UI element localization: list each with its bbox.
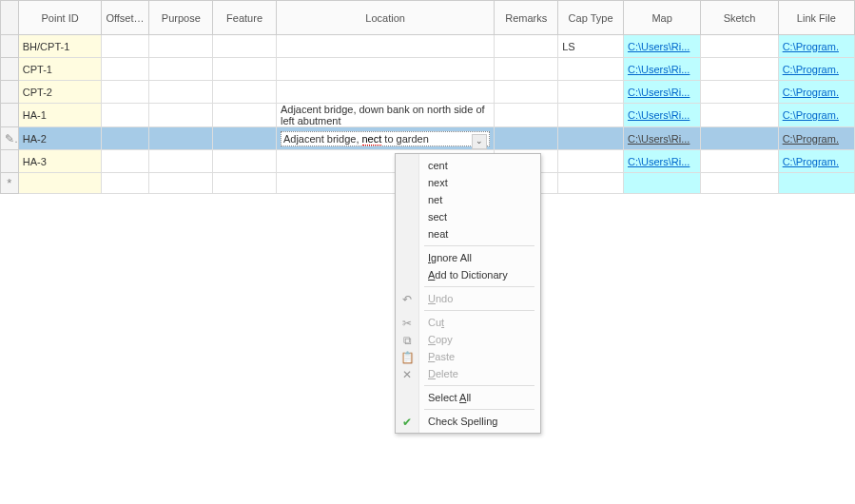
misspelled-word[interactable]: nect	[362, 133, 382, 145]
cell-cap-type[interactable]	[558, 81, 624, 104]
add-to-dictionary-item[interactable]: Add to Dictionary	[396, 266, 540, 283]
cell[interactable]	[102, 150, 149, 173]
cell[interactable]	[102, 104, 149, 127]
cell-location[interactable]	[276, 58, 494, 81]
cell-link-file[interactable]: C:\Program.	[778, 104, 854, 127]
col-point-id[interactable]: Point ID	[18, 1, 102, 35]
cell-sketch[interactable]	[701, 81, 778, 104]
cell-map[interactable]: C:\Users\Ri...	[623, 81, 700, 104]
cell[interactable]	[102, 58, 149, 81]
cell-sketch[interactable]	[701, 127, 778, 150]
col-offset[interactable]: Offset (m)	[102, 1, 149, 35]
cell[interactable]	[213, 173, 277, 194]
cell[interactable]	[102, 173, 149, 194]
cell[interactable]	[213, 58, 277, 81]
cell[interactable]	[701, 173, 778, 194]
cell-sketch[interactable]	[701, 35, 778, 58]
cell[interactable]	[778, 173, 854, 194]
cell-link-file[interactable]: C:\Program.	[778, 127, 854, 150]
table-row[interactable]: CPT-1C:\Users\Ri...C:\Program.	[1, 58, 855, 81]
cell-cap-type[interactable]	[558, 104, 624, 127]
linkfile-link[interactable]: C:\Program.	[783, 87, 839, 98]
suggestion-item[interactable]: neat	[396, 225, 540, 242]
col-feature[interactable]: Feature	[213, 1, 277, 35]
cell[interactable]	[213, 150, 277, 173]
cell-sketch[interactable]	[701, 104, 778, 127]
linkfile-link[interactable]: C:\Program.	[783, 41, 839, 52]
suggestion-item[interactable]: next	[396, 174, 540, 191]
cell-map[interactable]: C:\Users\Ri...	[623, 104, 700, 127]
location-edit-input[interactable]: Adjacent bridge, nect to garden⌄	[281, 131, 490, 146]
cell-point-id[interactable]: HA-3	[18, 150, 102, 173]
suggestion-item[interactable]: net	[396, 191, 540, 208]
linkfile-link[interactable]: C:\Program.	[783, 156, 839, 167]
cell-location[interactable]: Adjacent bridge, nect to garden⌄	[276, 127, 494, 150]
cell[interactable]	[558, 173, 624, 194]
cell[interactable]	[102, 127, 149, 150]
cell-location[interactable]	[276, 81, 494, 104]
table-row[interactable]: CPT-2C:\Users\Ri...C:\Program.	[1, 81, 855, 104]
cell-point-id[interactable]: CPT-2	[18, 81, 102, 104]
cell[interactable]	[149, 104, 213, 127]
cell-remarks[interactable]	[495, 127, 558, 150]
cell-map[interactable]: C:\Users\Ri...	[623, 35, 700, 58]
cell[interactable]	[623, 173, 700, 194]
linkfile-link[interactable]: C:\Program.	[783, 133, 839, 145]
dropdown-icon[interactable]: ⌄	[472, 134, 487, 149]
cell[interactable]	[213, 104, 277, 127]
cell[interactable]	[213, 127, 277, 150]
cell-link-file[interactable]: C:\Program.	[778, 81, 854, 104]
cell[interactable]	[149, 150, 213, 173]
cell-map[interactable]: C:\Users\Ri...	[623, 127, 700, 150]
table-row[interactable]: HA-1Adjacent bridge, down bank on north …	[1, 104, 855, 127]
col-cap-type[interactable]: Cap Type	[558, 1, 624, 35]
suggestion-item[interactable]: cent	[396, 157, 540, 174]
cell-remarks[interactable]	[495, 104, 558, 127]
linkfile-link[interactable]: C:\Program.	[783, 109, 839, 121]
cell-cap-type[interactable]	[558, 150, 624, 173]
cell-remarks[interactable]	[495, 35, 558, 58]
map-link[interactable]: C:\Users\Ri...	[628, 156, 690, 167]
cell-link-file[interactable]: C:\Program.	[778, 35, 854, 58]
cell-cap-type[interactable]	[558, 127, 624, 150]
cell[interactable]	[149, 81, 213, 104]
map-link[interactable]: C:\Users\Ri...	[628, 41, 690, 52]
check-spelling-item[interactable]: ✔ Check Spelling	[396, 413, 540, 430]
cell[interactable]	[149, 173, 213, 194]
cell[interactable]	[102, 35, 149, 58]
cell-point-id[interactable]: BH/CPT-1	[18, 35, 102, 58]
col-sketch[interactable]: Sketch	[701, 1, 778, 35]
cell-sketch[interactable]	[701, 58, 778, 81]
select-all-item[interactable]: Select All	[396, 389, 540, 406]
cell-link-file[interactable]: C:\Program.	[778, 58, 854, 81]
cell-location[interactable]: Adjacent bridge, down bank on north side…	[276, 104, 494, 127]
cell-remarks[interactable]	[495, 58, 558, 81]
map-link[interactable]: C:\Users\Ri...	[628, 87, 690, 98]
map-link[interactable]: C:\Users\Ri...	[628, 109, 690, 121]
col-remarks[interactable]: Remarks	[495, 1, 558, 35]
cell-map[interactable]: C:\Users\Ri...	[623, 58, 700, 81]
table-row[interactable]: BH/CPT-1LSC:\Users\Ri...C:\Program.	[1, 35, 855, 58]
cell[interactable]	[149, 58, 213, 81]
ignore-all-item[interactable]: Ignore All	[396, 249, 540, 266]
map-link[interactable]: C:\Users\Ri...	[628, 64, 690, 75]
cell-location[interactable]	[276, 35, 494, 58]
cell-cap-type[interactable]: LS	[558, 35, 624, 58]
col-link-file[interactable]: Link File	[778, 1, 854, 35]
cell-point-id[interactable]: CPT-1	[18, 58, 102, 81]
cell-point-id[interactable]: HA-1	[18, 104, 102, 127]
cell-link-file[interactable]: C:\Program.	[778, 150, 854, 173]
cell[interactable]	[149, 127, 213, 150]
map-link[interactable]: C:\Users\Ri...	[628, 133, 690, 145]
col-location[interactable]: Location	[276, 1, 494, 35]
col-map[interactable]: Map	[623, 1, 700, 35]
col-purpose[interactable]: Purpose	[149, 1, 213, 35]
cell[interactable]	[102, 81, 149, 104]
cell[interactable]	[149, 35, 213, 58]
cell-remarks[interactable]	[495, 81, 558, 104]
linkfile-link[interactable]: C:\Program.	[783, 64, 839, 75]
cell-point-id[interactable]: HA-2	[18, 127, 102, 150]
cell[interactable]	[18, 173, 102, 194]
table-row[interactable]: ✎HA-2Adjacent bridge, nect to garden⌄C:\…	[1, 127, 855, 150]
cell-cap-type[interactable]	[558, 58, 624, 81]
